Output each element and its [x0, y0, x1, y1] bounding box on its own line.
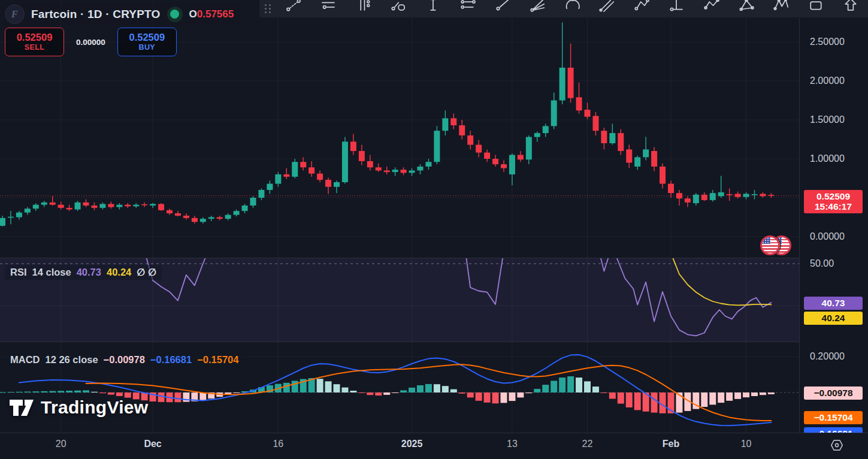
- time-tick-label: Feb: [663, 439, 679, 449]
- rsi-legend-title: RSI: [10, 267, 27, 278]
- tradingview-chart-window: F Fartcoin · 1D · CRYPTO O0.57565 0.5250…: [0, 0, 868, 459]
- symbol-title[interactable]: Fartcoin · 1D · CRYPTO: [31, 8, 161, 21]
- macd-legend-params: 12 26 close: [46, 354, 98, 366]
- ohlc-open-value: O0.57565: [189, 8, 234, 20]
- trend-angle-icon: [598, 0, 616, 14]
- macd-tick-label: 0.20000: [810, 351, 845, 363]
- current-price: 0.52509: [804, 191, 863, 201]
- tool-ray-button[interactable]: [485, 0, 520, 14]
- price-tick-label: 2.50000: [810, 36, 845, 48]
- symbol-logo: F: [5, 4, 25, 24]
- macd-legend-title: MACD: [10, 354, 40, 366]
- market-status-dot[interactable]: [167, 7, 183, 22]
- macd-hist-legend-value: −0.00978: [104, 354, 145, 366]
- tradingview-watermark: TradingView: [8, 397, 148, 418]
- macd-line-legend-value: −0.16681: [150, 354, 192, 366]
- chart-canvas[interactable]: [0, 0, 799, 433]
- us-flag-icon-front: [760, 235, 780, 255]
- rsi-tick-label: 50.00: [810, 258, 834, 270]
- tradingview-logo-icon: [8, 398, 35, 418]
- ellipse-icon: [389, 0, 407, 14]
- spread-value: 0.00000: [76, 38, 105, 47]
- tool-parallel-channel-button[interactable]: [450, 0, 485, 14]
- macd-hist-value-badge: −0.00978: [804, 386, 863, 400]
- path-icon: [703, 0, 721, 14]
- price-tick-label: 1.00000: [810, 153, 845, 165]
- sell-label: SELL: [25, 43, 45, 52]
- bar-countdown: 15:46:17: [804, 201, 863, 212]
- horizontal-ray-icon: [667, 0, 685, 14]
- time-axis[interactable]: 20Dec1620251322Feb10: [0, 433, 868, 459]
- rsi-ma-legend-value: 40.24: [107, 267, 131, 278]
- sell-price: 0.52509: [17, 32, 53, 43]
- tool-vertical-line-button[interactable]: [416, 0, 450, 14]
- price-tick-label: 1.50000: [810, 114, 845, 126]
- rsi-legend-value: 40.73: [77, 267, 101, 278]
- tool-horizontal-line-button[interactable]: [311, 0, 346, 14]
- rsi-legend-params: 14 close: [32, 267, 71, 278]
- settings-hexagon-icon[interactable]: [827, 436, 846, 455]
- buy-price: 0.52509: [129, 32, 165, 43]
- price-axis[interactable]: 0.52509 15:46:17 40.73 40.24 −0.00978 −0…: [799, 0, 868, 433]
- rsi-legend[interactable]: RSI 14 close 40.73 40.24 ∅ ∅: [5, 265, 162, 280]
- tool-polyline-button[interactable]: [624, 0, 659, 14]
- sell-button[interactable]: 0.52509 SELL: [5, 28, 64, 56]
- tool-triangle-pattern-button[interactable]: [729, 0, 764, 14]
- rectangle-icon: [807, 0, 825, 14]
- vertical-line-icon: [424, 0, 442, 14]
- rsi-legend-empty-values: ∅ ∅: [137, 267, 156, 278]
- trend-line-icon: [285, 0, 303, 14]
- arc-icon: [563, 0, 581, 14]
- price-tick-label: 2.00000: [810, 75, 845, 87]
- time-tick-label: 22: [582, 439, 593, 449]
- triangle-pattern-icon: [737, 0, 755, 14]
- price-tick-label: 0.00000: [810, 231, 845, 243]
- time-tick-label: 10: [741, 439, 752, 449]
- rsi-ma-value-badge: 40.24: [804, 312, 863, 325]
- macd-signal-legend-value: −0.15704: [197, 354, 238, 366]
- us-flag-event-icon[interactable]: [760, 235, 795, 257]
- tool-rectangle-button[interactable]: [799, 0, 833, 14]
- ray-icon: [494, 0, 512, 14]
- fan-lines-icon: [528, 0, 546, 14]
- time-tick-label: 16: [273, 439, 283, 449]
- parallel-channel-icon: [459, 0, 477, 14]
- buy-button[interactable]: 0.52509 BUY: [117, 28, 177, 56]
- tool-horizontal-ray-button[interactable]: [659, 0, 694, 14]
- current-price-badge: 0.52509 15:46:17: [804, 190, 863, 213]
- time-tick-label: 2025: [401, 439, 423, 449]
- tool-pitchfork-button[interactable]: [346, 0, 380, 14]
- tool-arc-button[interactable]: [555, 0, 589, 14]
- time-tick-label: 20: [56, 439, 66, 449]
- tool-xabcd-pattern-button[interactable]: [764, 0, 799, 14]
- time-tick-label: Dec: [144, 439, 161, 449]
- drawing-toolbar: [259, 0, 868, 18]
- tool-arrow-marker-button[interactable]: [833, 0, 868, 14]
- order-panel: 0.52509 SELL 0.00000 0.52509 BUY: [5, 28, 177, 56]
- tradingview-watermark-text: TradingView: [41, 397, 148, 418]
- pitchfork-icon: [354, 0, 372, 14]
- tool-trend-angle-button[interactable]: [589, 0, 624, 14]
- symbol-header: F Fartcoin · 1D · CRYPTO O0.57565: [4, 3, 240, 25]
- drag-dots-icon: [265, 4, 271, 13]
- toolbar-drag-handle[interactable]: [259, 0, 276, 17]
- buy-label: BUY: [139, 43, 156, 52]
- rsi-value-badge: 40.73: [804, 297, 863, 310]
- tool-fan-lines-button[interactable]: [520, 0, 555, 14]
- tool-trend-line-button[interactable]: [276, 0, 311, 14]
- macd-legend[interactable]: MACD 12 26 close −0.00978 −0.16681 −0.15…: [5, 352, 244, 367]
- horizontal-line-icon: [319, 0, 337, 14]
- xabcd-pattern-icon: [772, 0, 790, 14]
- tool-path-button[interactable]: [694, 0, 729, 14]
- polyline-icon: [633, 0, 651, 14]
- macd-signal-value-badge: −0.15704: [804, 411, 863, 424]
- tool-ellipse-button[interactable]: [380, 0, 415, 14]
- time-tick-label: 13: [507, 439, 518, 449]
- arrow-marker-icon: [842, 0, 860, 14]
